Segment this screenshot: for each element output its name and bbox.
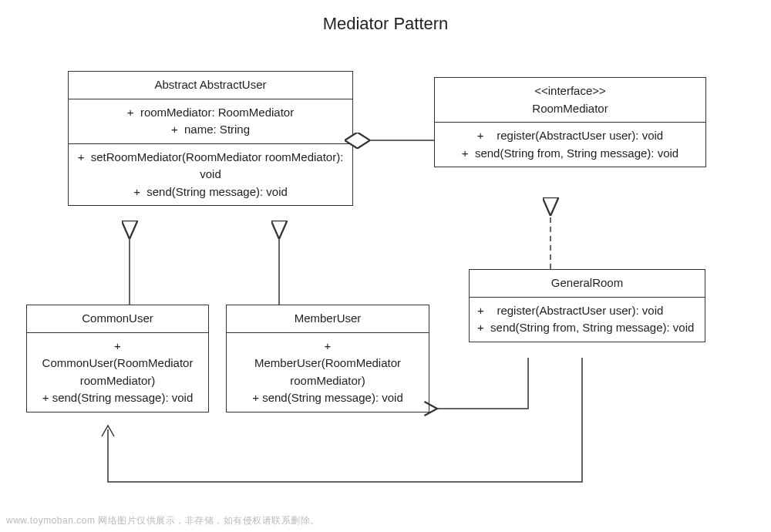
class-operations-section: + CommonUser(RoomMediator roomMediator) … <box>27 332 208 412</box>
class-operations-section: + register(AbstractUser user): void + se… <box>470 297 705 342</box>
class-room-mediator: <<interface>> RoomMediator + register(Ab… <box>434 77 706 167</box>
class-name: CommonUser <box>35 310 200 328</box>
op-1: + send(String message): void <box>76 184 345 201</box>
op-0: + register(AbstractUser user): void <box>477 302 697 320</box>
attr-0: + roomMediator: RoomMediator <box>76 104 345 122</box>
watermark-text: www.toymoban.com 网络图片仅供展示，非存储，如有侵权请联系删除。 <box>6 514 320 527</box>
class-name: RoomMediator <box>443 100 698 118</box>
stereotype: <<interface>> <box>443 82 698 100</box>
op-0: + register(AbstractUser user): void <box>443 127 698 145</box>
assoc-generalroom-memberuser <box>437 358 528 409</box>
op-1: + send(String from, String message): voi… <box>443 145 698 163</box>
diagram-title: Mediator Pattern <box>0 14 771 34</box>
class-name-section: CommonUser <box>27 305 208 332</box>
class-common-user: CommonUser + CommonUser(RoomMediator roo… <box>26 305 209 412</box>
class-member-user: MemberUser + MemberUser(RoomMediator roo… <box>226 305 429 412</box>
class-name: MemberUser <box>234 310 421 328</box>
class-attributes-section: + roomMediator: RoomMediator + name: Str… <box>69 99 352 143</box>
op-2: + send(String message): void <box>35 389 200 407</box>
op-1: MemberUser(RoomMediator roomMediator) <box>234 355 421 389</box>
attr-1: + name: String <box>76 121 345 139</box>
op-2: + send(String message): void <box>234 389 421 407</box>
class-name-section: Abstract AbstractUser <box>69 72 352 99</box>
op-1: CommonUser(RoomMediator roomMediator) <box>35 355 200 389</box>
class-general-room: GeneralRoom + register(AbstractUser user… <box>469 269 705 342</box>
class-operations-section: + setRoomMediator(RoomMediator roomMedia… <box>69 143 352 206</box>
class-name-section: <<interface>> RoomMediator <box>435 78 705 122</box>
op-1: + send(String from, String message): voi… <box>477 319 697 337</box>
class-operations-section: + MemberUser(RoomMediator roomMediator) … <box>227 332 429 412</box>
op-0: + <box>35 338 200 355</box>
class-abstract-user: Abstract AbstractUser + roomMediator: Ro… <box>68 71 353 206</box>
class-name-section: GeneralRoom <box>470 270 705 297</box>
op-0: + <box>234 338 421 355</box>
class-name: Abstract AbstractUser <box>76 76 345 94</box>
class-operations-section: + register(AbstractUser user): void + se… <box>435 122 705 167</box>
op-0: + setRoomMediator(RoomMediator roomMedia… <box>76 149 345 184</box>
class-name-section: MemberUser <box>227 305 429 332</box>
class-name: GeneralRoom <box>477 274 697 292</box>
assoc-generalroom-commonuser-arrow <box>102 426 114 436</box>
